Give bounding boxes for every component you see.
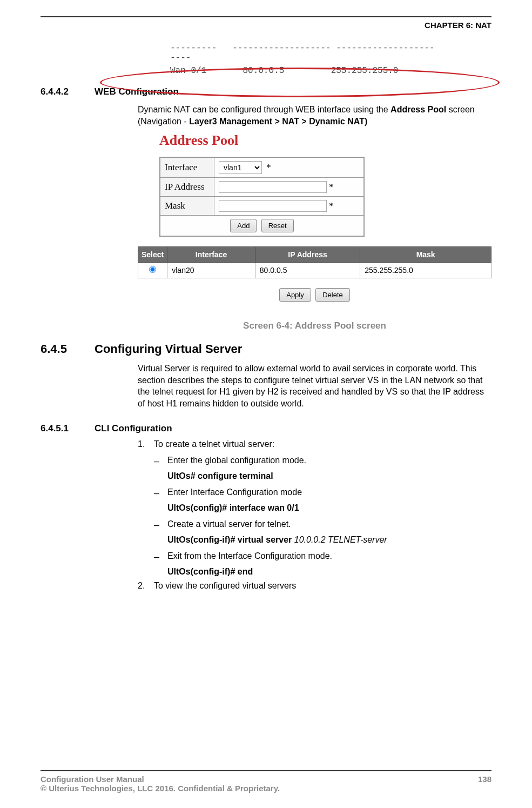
footer-left: Configuration User Manual © Ulterius Tec… (41, 774, 280, 793)
section-title: Configuring Virtual Server (95, 342, 242, 356)
select-cell (138, 263, 167, 278)
list-item: – Exit from the Interface Configuration … (154, 551, 491, 563)
section-num: 6.4.5.1 (41, 423, 95, 434)
substep-text: Enter the global configuration mode. (167, 456, 306, 467)
row-interface: vlan20 (167, 263, 255, 278)
page-header: CHAPTER 6: NAT (41, 16, 491, 30)
required-star-icon: * (329, 182, 334, 192)
interface-select[interactable]: vlan1 (219, 161, 262, 174)
list-item: – Enter Interface Configuration mode (154, 488, 491, 499)
cli-divider: --------- ------------------- ----------… (170, 43, 491, 63)
screen-caption: Screen 6-4: Address Pool screen (138, 320, 491, 331)
cli-output-block: --------- ------------------- ----------… (170, 43, 491, 76)
table-row: vlan20 80.0.0.5 255.255.255.0 (138, 263, 491, 278)
ip-label: IP Address (160, 178, 214, 197)
required-star-icon: * (329, 201, 334, 211)
intro-text-pre: Dynamic NAT can be configured through WE… (138, 105, 390, 114)
address-pool-title: Address Pool (159, 132, 491, 149)
section-num: 6.4.5 (41, 342, 95, 356)
section-6451-heading: 6.4.5.1 CLI Configuration (41, 423, 491, 434)
list-item: 2. To view the configured virtual server… (138, 581, 491, 591)
list-item: 1. To create a telnet virtual server: (138, 439, 491, 449)
ip-input[interactable] (219, 181, 327, 193)
list-item: – Create a virtual server for telnet. (154, 519, 491, 531)
row-mask: 255.255.255.0 (360, 263, 491, 278)
cli-row: Wan 0/1 80.0.0.5 255.255.255.0 (170, 66, 491, 76)
col-select: Select (138, 247, 167, 263)
section-645-body: Virtual Server is required to allow exte… (138, 363, 491, 409)
col-interface: Interface (167, 247, 255, 263)
address-pool-form: Interface vlan1 * IP Address * Mask * (159, 157, 365, 237)
dash-icon: – (154, 488, 167, 499)
page-footer: Configuration User Manual © Ulterius Tec… (41, 770, 491, 793)
step-text: To view the configured virtual servers (154, 581, 296, 591)
section-num: 6.4.4.2 (41, 86, 95, 97)
required-star-icon: * (266, 162, 271, 172)
form-button-row: Add Reset (160, 216, 364, 236)
col-mask: Mask (360, 247, 491, 263)
cli-command: UltOs# configure terminal (167, 471, 491, 481)
section-6442-intro: Dynamic NAT can be configured through WE… (138, 104, 491, 127)
dash-icon: – (154, 519, 167, 531)
address-pool-table: Select Interface IP Address Mask vlan20 … (138, 246, 491, 278)
reset-button[interactable]: Reset (261, 219, 294, 232)
dash-icon: – (154, 456, 167, 467)
row-ip: 80.0.0.5 (255, 263, 360, 278)
footer-title: Configuration User Manual (41, 774, 280, 784)
substep-text: Enter Interface Configuration mode (167, 488, 302, 499)
page-number: 138 (478, 774, 491, 793)
mask-cell: * (214, 197, 364, 216)
cmd-prefix: UltOs(config-if)# virtual server (167, 535, 292, 544)
interface-label: Interface (160, 158, 214, 178)
section-title: CLI Configuration (95, 423, 172, 434)
section-6442-heading: 6.4.4.2 WEB Configuration (41, 86, 491, 97)
apply-button[interactable]: Apply (279, 288, 311, 302)
section-title: WEB Configuration (95, 86, 179, 97)
step-text: To create a telnet virtual server: (154, 439, 274, 449)
substep-text: Create a virtual server for telnet. (167, 519, 291, 531)
chapter-label: CHAPTER 6: NAT (425, 21, 491, 30)
row-select-radio[interactable] (149, 266, 156, 273)
cmd-argument: 10.0.0.2 TELNET-server (294, 535, 387, 544)
cli-command: UltOs(config-if)# end (167, 567, 491, 577)
cli-command: UltOs(config)# interface wan 0/1 (167, 503, 491, 513)
mask-label: Mask (160, 197, 214, 216)
table-button-row: Apply Delete (138, 288, 491, 302)
address-pool-screenshot: Address Pool Interface vlan1 * IP Addres… (138, 132, 491, 278)
section-645-heading: 6.4.5 Configuring Virtual Server (41, 342, 491, 356)
cli-steps-list: 1. To create a telnet virtual server: – … (138, 439, 491, 591)
substep-text: Exit from the Interface Configuration mo… (167, 551, 332, 563)
num-marker: 1. (138, 439, 154, 449)
intro-bold-1: Address Pool (390, 105, 446, 114)
col-ip: IP Address (255, 247, 360, 263)
list-item: – Enter the global configuration mode. (154, 456, 491, 467)
mask-input[interactable] (219, 200, 327, 212)
intro-bold-2: Layer3 Management > NAT > Dynamic NAT) (189, 117, 367, 126)
add-button[interactable]: Add (230, 219, 257, 232)
footer-copyright: © Ulterius Technologies, LLC 2016. Confi… (41, 784, 280, 793)
ip-cell: * (214, 178, 364, 197)
cli-command: UltOs(config-if)# virtual server 10.0.0.… (167, 535, 491, 545)
interface-cell: vlan1 * (214, 158, 364, 178)
delete-button[interactable]: Delete (315, 288, 350, 302)
dash-icon: – (154, 551, 167, 563)
num-marker: 2. (138, 581, 154, 591)
